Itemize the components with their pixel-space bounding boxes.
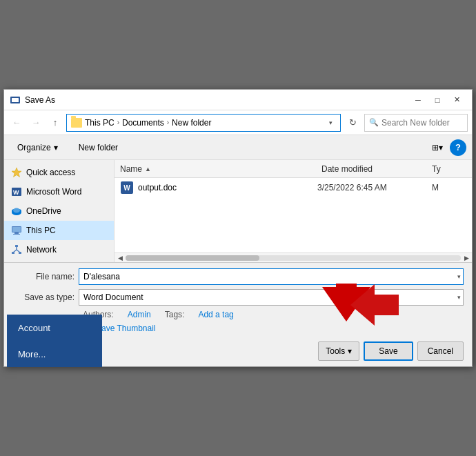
file-name-label: File name: [12, 272, 75, 281]
blue-sidebar-item-more[interactable]: More... [7, 341, 102, 367]
action-row: Tools ▾ Save Cancel [82, 341, 464, 361]
onedrive-icon [11, 206, 22, 217]
sidebar-item-microsoft-word[interactable]: W Microsoft Word [4, 182, 114, 201]
col-date-header[interactable]: Date modified [321, 164, 432, 174]
scroll-left-arrow[interactable]: ◀ [116, 254, 124, 262]
path-part-3: New folder [172, 118, 211, 128]
title-bar: Save As ─ □ ✕ [4, 90, 472, 110]
file-type: M [432, 183, 466, 192]
file-date: 3/25/2022 6:45 AM [317, 183, 428, 192]
path-folder-icon [71, 118, 82, 128]
toolbar: Organize ▾ New folder ⊞ ▾ ? [4, 135, 472, 160]
save-as-type-label: Save as type: [12, 293, 75, 302]
svg-rect-1 [12, 98, 19, 102]
col-type-header[interactable]: Ty [432, 164, 466, 174]
sidebar-item-network[interactable]: Network [4, 240, 114, 259]
title-bar-controls: ─ □ ✕ [408, 90, 466, 110]
add-tag-link[interactable]: Add a tag [198, 310, 233, 319]
file-list-area: Name ▲ Date modified Ty [115, 160, 472, 262]
svg-rect-10 [12, 227, 21, 232]
sidebar-item-quick-access[interactable]: Quick access [4, 163, 114, 182]
forward-button[interactable]: → [28, 115, 44, 131]
main-content: Quick access W Microsoft Word [4, 160, 472, 262]
view-options-button[interactable]: ⊞ ▾ [428, 139, 447, 157]
table-row[interactable]: output.doc 3/25/2022 6:45 AM M [115, 178, 472, 197]
blue-sidebar-item-account[interactable]: Account [7, 315, 102, 341]
back-button[interactable]: ← [8, 115, 25, 131]
save-as-type-select[interactable]: Word Document [79, 289, 464, 306]
onedrive-label: OneDrive [26, 206, 61, 216]
svg-point-8 [13, 208, 20, 213]
minimize-button[interactable]: ─ [408, 90, 428, 110]
tags-label: Tags: [165, 310, 185, 319]
this-pc-icon [11, 225, 22, 236]
file-icon [120, 181, 134, 195]
address-bar: ← → ↑ This PC › Documents › New folder ▾… [4, 110, 472, 135]
tools-button[interactable]: Tools ▾ [318, 341, 359, 361]
view-dropdown-icon: ▾ [439, 143, 443, 152]
sidebar: Quick access W Microsoft Word [4, 160, 115, 262]
this-pc-label: This PC [26, 226, 56, 235]
col-name-header[interactable]: Name ▲ [120, 164, 321, 174]
word-doc-icon [121, 181, 133, 194]
title-bar-icon [10, 95, 21, 106]
path-part-2: Documents [122, 118, 164, 128]
path-part-1: This PC [85, 118, 115, 128]
organize-dropdown-icon: ▾ [54, 143, 58, 152]
svg-rect-13 [15, 245, 18, 247]
file-name-row: File name: ▾ [12, 268, 464, 285]
scroll-track[interactable] [126, 255, 461, 261]
tools-dropdown-icon: ▾ [348, 346, 352, 356]
toolbar-right: ⊞ ▾ ? [428, 139, 466, 157]
view-icon: ⊞ [432, 143, 439, 152]
scroll-right-arrow[interactable]: ▶ [462, 254, 470, 262]
sort-arrow: ▲ [145, 166, 151, 172]
close-button[interactable]: ✕ [447, 90, 466, 110]
svg-marker-2 [12, 168, 21, 177]
save-as-type-wrapper: Word Document ▾ [79, 289, 464, 306]
help-button[interactable]: ? [450, 139, 466, 156]
path-separator-2: › [167, 119, 169, 126]
svg-line-18 [17, 250, 20, 252]
cancel-button[interactable]: Cancel [417, 341, 464, 361]
search-box: 🔍 [364, 114, 468, 132]
address-path[interactable]: This PC › Documents › New folder ▾ [66, 114, 341, 132]
network-label: Network [26, 245, 57, 255]
file-list: output.doc 3/25/2022 6:45 AM M [115, 178, 472, 252]
blue-sidebar: Account More... [7, 315, 102, 367]
save-button[interactable]: Save [364, 341, 413, 361]
search-input[interactable] [381, 118, 476, 128]
sidebar-item-this-pc[interactable]: This PC [4, 221, 114, 240]
refresh-button[interactable]: ↻ [344, 114, 361, 132]
svg-rect-11 [14, 232, 19, 234]
organize-button[interactable]: Organize ▾ [10, 139, 66, 157]
horizontal-scrollbar[interactable]: ◀ ▶ [115, 252, 472, 262]
authors-value[interactable]: Admin [128, 310, 151, 319]
save-thumbnail-label[interactable]: Save Thumbnail [96, 324, 156, 333]
network-icon [11, 244, 22, 255]
svg-line-17 [13, 250, 17, 252]
new-folder-button[interactable]: New folder [71, 139, 126, 157]
svg-rect-12 [13, 234, 20, 235]
tools-label: Tools [326, 346, 345, 356]
microsoft-word-label: Microsoft Word [26, 187, 81, 197]
sidebar-item-onedrive[interactable]: OneDrive [4, 201, 114, 221]
word-icon: W [11, 186, 22, 197]
path-separator-1: › [117, 119, 119, 126]
path-dropdown-arrow[interactable]: ▾ [325, 119, 336, 126]
quick-access-icon [11, 167, 22, 178]
file-name-input[interactable] [79, 268, 464, 285]
up-button[interactable]: ↑ [47, 115, 63, 131]
search-icon: 🔍 [369, 118, 379, 127]
file-list-header: Name ▲ Date modified Ty [115, 160, 472, 178]
save-as-type-row: Save as type: Word Document ▾ [12, 289, 464, 306]
file-name-input-wrapper: ▾ [79, 268, 464, 285]
quick-access-label: Quick access [26, 168, 75, 177]
title-bar-title: Save As [25, 95, 408, 105]
file-name: output.doc [138, 183, 313, 192]
organize-label: Organize [17, 143, 51, 152]
maximize-button[interactable]: □ [428, 90, 447, 110]
svg-text:W: W [13, 189, 19, 196]
scroll-thumb [126, 255, 259, 261]
